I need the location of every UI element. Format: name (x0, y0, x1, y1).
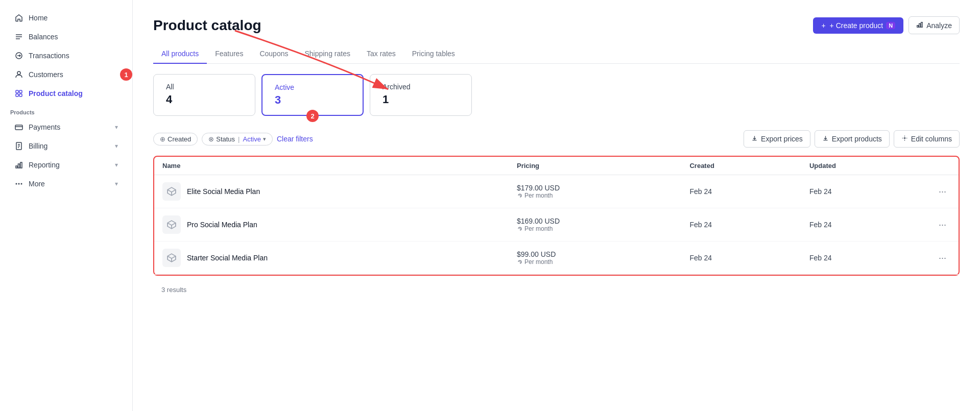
svg-point-20 (21, 183, 22, 185)
shortcut-badge: N (886, 22, 895, 29)
svg-point-26 (904, 137, 905, 138)
sidebar-item-reporting[interactable]: Reporting ▾ (4, 156, 128, 174)
chevron-down-icon: ▾ (115, 124, 118, 131)
chevron-down-icon: ▾ (115, 180, 118, 187)
price-main: $179.00 USD (517, 184, 673, 192)
status-cards: All 4 Active 3 2 Archived 1 (153, 74, 960, 116)
price-period: Per month (517, 258, 673, 265)
sidebar-item-customers[interactable]: Customers 1 (4, 65, 128, 84)
svg-rect-25 (921, 22, 923, 28)
sidebar-products-nav: Payments ▾ Billing ▾ Reporting ▾ (0, 117, 132, 194)
product-name: Starter Social Media Plan (187, 254, 268, 262)
tab-features[interactable]: Features (207, 44, 251, 64)
payments-icon (14, 123, 23, 132)
page-header: Product catalog + + Create product N Ana… (153, 16, 960, 34)
table-row[interactable]: Starter Social Media Plan $99.00 USD Per… (154, 241, 959, 275)
filters-bar: ⊕ Created ⊗ Status | Active ▾ Clear filt… (153, 130, 960, 148)
tab-pricing-tables[interactable]: Pricing tables (404, 44, 463, 64)
clear-filters-button[interactable]: Clear filters (277, 135, 313, 143)
updated-cell: Feb 24 (801, 175, 926, 208)
svg-rect-7 (16, 94, 18, 96)
product-name-cell: Pro Social Media Plan (154, 208, 509, 241)
col-updated: Updated (801, 157, 926, 175)
tab-shipping-rates[interactable]: Shipping rates (296, 44, 358, 64)
sidebar-item-transactions[interactable]: Transactions (4, 46, 128, 65)
row-actions-cell: ··· (926, 175, 959, 208)
filter-created[interactable]: ⊕ Created (153, 133, 198, 146)
status-card-all[interactable]: All 4 (153, 74, 255, 116)
plus-circle-icon: ⊕ (160, 135, 165, 143)
pricing-cell: $179.00 USD Per month (509, 175, 681, 208)
svg-rect-24 (919, 23, 921, 27)
svg-rect-15 (16, 166, 17, 168)
sidebar-item-product-catalog[interactable]: Product catalog (4, 84, 128, 103)
row-more-button[interactable]: ··· (935, 251, 950, 265)
sidebar-item-more[interactable]: More ▾ (4, 175, 128, 193)
table-row[interactable]: Elite Social Media Plan $179.00 USD Per … (154, 175, 959, 208)
all-count: 4 (166, 93, 243, 106)
reporting-icon (14, 160, 23, 170)
created-cell: Feb 24 (681, 241, 801, 275)
product-name-cell: Elite Social Media Plan (154, 175, 509, 208)
price-period: Per month (517, 192, 673, 199)
col-pricing: Pricing (509, 157, 681, 175)
create-product-button[interactable]: + + Create product N (813, 17, 903, 34)
svg-point-18 (16, 183, 17, 185)
x-circle-icon: ⊗ (208, 135, 214, 143)
export-prices-button[interactable]: Export prices (744, 130, 810, 148)
svg-rect-8 (19, 94, 22, 96)
tab-coupons[interactable]: Coupons (251, 44, 296, 64)
price-main: $99.00 USD (517, 250, 673, 258)
sidebar-section-products: Products (0, 103, 132, 117)
svg-point-4 (17, 71, 20, 75)
col-actions (926, 157, 959, 175)
export-products-button[interactable]: Export products (815, 130, 890, 148)
created-cell: Feb 24 (681, 208, 801, 241)
col-name: Name (154, 157, 509, 175)
product-catalog-icon (14, 89, 23, 98)
annotation-badge-1: 1 (120, 68, 132, 81)
sidebar-item-billing[interactable]: Billing ▾ (4, 137, 128, 155)
table-row[interactable]: Pro Social Media Plan $169.00 USD Per mo… (154, 208, 959, 241)
pricing-cell: $99.00 USD Per month (509, 241, 681, 275)
filter-status[interactable]: ⊗ Status | Active ▾ (202, 133, 273, 146)
results-count: 3 results (153, 282, 960, 298)
row-more-button[interactable]: ··· (935, 217, 950, 232)
sidebar: Home Balances Transactions (0, 0, 133, 411)
plus-icon: + (821, 21, 825, 30)
chevron-down-icon: ▾ (263, 136, 266, 142)
main-content: Product catalog + + Create product N Ana… (133, 0, 980, 411)
col-created: Created (681, 157, 801, 175)
updated-cell: Feb 24 (801, 208, 926, 241)
svg-rect-6 (19, 90, 22, 93)
billing-icon (14, 141, 23, 151)
row-actions-cell: ··· (926, 241, 959, 275)
status-card-active[interactable]: Active 3 2 (261, 74, 364, 116)
sidebar-nav: Home Balances Transactions (0, 8, 132, 103)
sidebar-item-home[interactable]: Home (4, 9, 128, 27)
header-actions: + + Create product N Analyze (813, 16, 960, 34)
row-more-button[interactable]: ··· (935, 184, 950, 199)
tab-all-products[interactable]: All products (153, 44, 207, 64)
svg-rect-16 (18, 164, 20, 168)
analyze-button[interactable]: Analyze (909, 16, 960, 34)
sidebar-item-payments[interactable]: Payments ▾ (4, 118, 128, 136)
export-products-icon (822, 135, 829, 143)
product-icon (162, 182, 181, 201)
page-title: Product catalog (153, 17, 261, 34)
columns-icon (901, 135, 908, 143)
edit-columns-button[interactable]: Edit columns (894, 130, 960, 148)
status-card-archived[interactable]: Archived 1 (370, 74, 472, 116)
price-period: Per month (517, 225, 673, 232)
sidebar-item-balances[interactable]: Balances (4, 28, 128, 46)
price-main: $169.00 USD (517, 217, 673, 225)
divider: | (238, 135, 240, 143)
svg-rect-23 (917, 26, 919, 28)
product-icon (162, 249, 181, 267)
svg-point-19 (18, 183, 20, 185)
pricing-cell: $169.00 USD Per month (509, 208, 681, 241)
transactions-icon (14, 51, 23, 60)
products-table-wrapper: Name Pricing Created Updated (153, 156, 960, 276)
updated-cell: Feb 24 (801, 241, 926, 275)
tab-tax-rates[interactable]: Tax rates (358, 44, 404, 64)
